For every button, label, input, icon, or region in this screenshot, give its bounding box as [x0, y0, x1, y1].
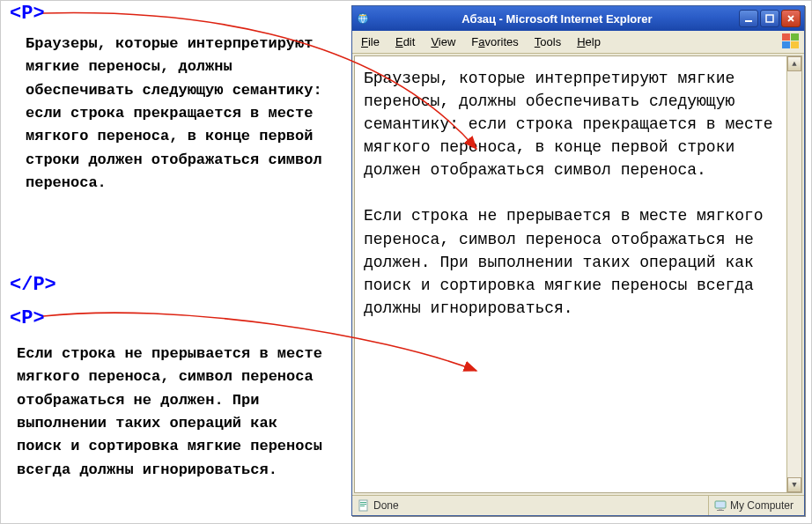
scroll-down-button[interactable]: ▼	[787, 477, 801, 492]
menu-favorites[interactable]: Favorites	[471, 35, 518, 48]
menu-help[interactable]: Help	[577, 35, 601, 48]
window-title: Абзац - Microsoft Internet Explorer	[375, 12, 739, 26]
opening-p-tag-2: <P>	[10, 307, 45, 329]
vertical-scrollbar[interactable]: ▲ ▼	[786, 56, 801, 492]
svg-rect-8	[360, 502, 366, 503]
svg-rect-4	[791, 33, 799, 41]
browser-window: Абзац - Microsoft Internet Explorer File…	[351, 5, 805, 516]
minimize-button[interactable]	[739, 10, 758, 27]
svg-rect-10	[360, 506, 365, 506]
svg-rect-13	[717, 510, 724, 511]
windows-logo-icon	[781, 33, 801, 50]
statusbar: Done My Computer	[352, 495, 804, 515]
rendered-paragraph-1: Браузеры, которые интерпретируют мягкие …	[364, 67, 779, 181]
maximize-button[interactable]	[760, 10, 779, 27]
menu-view[interactable]: View	[431, 35, 455, 48]
menu-file[interactable]: File	[361, 35, 380, 48]
scroll-up-button[interactable]: ▲	[787, 56, 801, 71]
done-icon	[358, 499, 370, 512]
svg-rect-5	[782, 41, 790, 48]
svg-rect-11	[715, 501, 726, 508]
svg-rect-12	[719, 508, 722, 510]
titlebar[interactable]: Абзац - Microsoft Internet Explorer	[352, 6, 804, 31]
close-button[interactable]	[781, 10, 801, 27]
rendered-content: Браузеры, которые интерпретируют мягкие …	[364, 67, 779, 343]
status-text: Done	[373, 499, 399, 512]
my-computer-icon	[714, 499, 727, 512]
opening-p-tag-1: <P>	[10, 3, 45, 25]
svg-rect-3	[782, 33, 790, 41]
menu-tools[interactable]: Tools	[535, 35, 561, 48]
source-paragraph-2: Если строка не прерывается в месте мягко…	[17, 343, 329, 482]
zone-text: My Computer	[730, 499, 794, 512]
menu-edit[interactable]: Edit	[395, 35, 415, 48]
svg-rect-1	[745, 20, 752, 22]
content-area: Браузеры, которые интерпретируют мягкие …	[354, 55, 802, 493]
svg-rect-6	[791, 41, 799, 48]
svg-rect-2	[766, 15, 773, 22]
rendered-paragraph-2: Если строка не прерывается в месте мягко…	[364, 204, 779, 319]
scroll-track[interactable]	[787, 71, 801, 477]
closing-p-tag-1: </P>	[10, 274, 56, 296]
svg-rect-9	[360, 504, 366, 505]
ie-app-icon	[356, 11, 370, 26]
source-paragraph-1: Браузеры, которые интерпретируют мягкие …	[26, 33, 325, 195]
menubar: File Edit View Favorites Tools Help	[352, 31, 804, 54]
